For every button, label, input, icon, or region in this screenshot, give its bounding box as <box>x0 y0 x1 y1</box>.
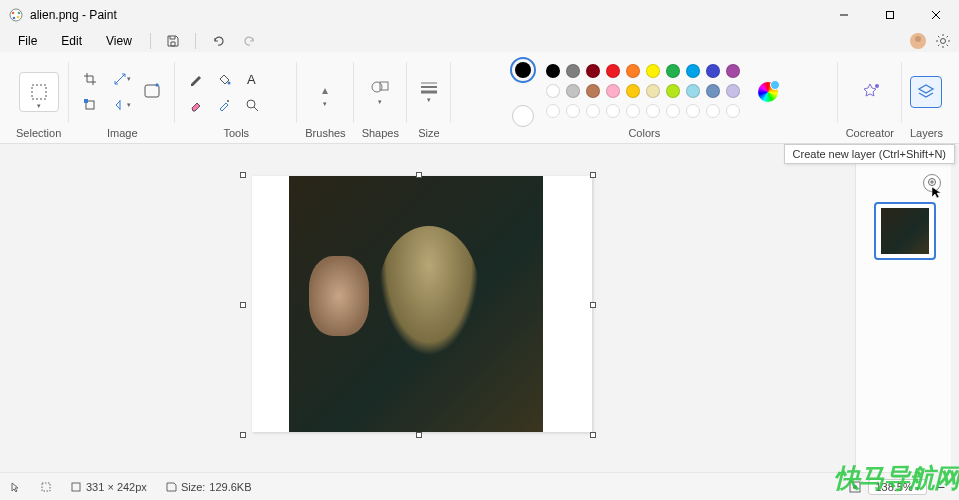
flip-icon[interactable]: ▾ <box>109 94 135 116</box>
size-dropdown[interactable]: ▾ <box>415 74 443 110</box>
resize-handle[interactable] <box>416 172 422 178</box>
cursor-icon <box>931 186 943 200</box>
svg-point-1 <box>12 12 15 15</box>
custom-color-slot[interactable] <box>626 104 640 118</box>
layer-thumbnail[interactable] <box>874 202 936 260</box>
canvas-image <box>289 176 543 432</box>
svg-rect-15 <box>84 99 88 103</box>
color-picker-tool[interactable] <box>211 94 237 116</box>
custom-color-slot[interactable] <box>666 104 680 118</box>
custom-color-slot[interactable] <box>566 104 580 118</box>
crop-icon[interactable] <box>77 68 103 90</box>
text-tool[interactable]: A <box>239 68 265 90</box>
eraser-tool[interactable] <box>183 94 209 116</box>
svg-point-11 <box>941 39 946 44</box>
color-swatch[interactable] <box>726 84 740 98</box>
canvas[interactable] <box>252 176 592 432</box>
close-button[interactable] <box>913 0 959 30</box>
custom-color-slot[interactable] <box>546 104 560 118</box>
svg-point-3 <box>13 17 16 20</box>
group-colors: Colors <box>451 56 838 143</box>
color-swatch[interactable] <box>666 84 680 98</box>
resize-handle[interactable] <box>240 302 246 308</box>
user-avatar[interactable] <box>909 32 927 50</box>
color-swatches-row1 <box>546 64 742 80</box>
svg-point-26 <box>875 84 879 88</box>
pencil-tool[interactable] <box>183 68 209 90</box>
custom-color-slot[interactable] <box>686 104 700 118</box>
svg-point-0 <box>10 9 22 21</box>
watermark: 快马导航网 <box>834 461 959 496</box>
custom-color-slot[interactable] <box>606 104 620 118</box>
paint-app-icon <box>8 7 24 23</box>
custom-color-slot[interactable] <box>646 104 660 118</box>
resize-handle[interactable] <box>590 172 596 178</box>
settings-icon[interactable] <box>935 33 951 49</box>
color-swatch[interactable] <box>546 64 560 78</box>
resize-icon[interactable]: ▾ <box>109 68 135 90</box>
svg-rect-6 <box>887 12 894 19</box>
color-swatch[interactable] <box>606 64 620 78</box>
resize-handle[interactable] <box>240 172 246 178</box>
svg-point-4 <box>17 16 20 19</box>
status-bar: 331 × 242px Size: 129.6KB 138.5% ▾ − <box>0 472 959 500</box>
color-swatch[interactable] <box>626 84 640 98</box>
magnifier-tool[interactable] <box>239 94 265 116</box>
resize-handle[interactable] <box>240 432 246 438</box>
color-swatches-custom <box>546 104 742 120</box>
redo-button[interactable] <box>236 30 264 52</box>
cocreator-button[interactable] <box>858 80 882 104</box>
color-swatch[interactable] <box>626 64 640 78</box>
color-swatch[interactable] <box>686 64 700 78</box>
color-swatch[interactable] <box>706 64 720 78</box>
custom-color-slot[interactable] <box>726 104 740 118</box>
select-tool[interactable]: ▾ <box>19 72 59 112</box>
color-swatch[interactable] <box>646 64 660 78</box>
minimize-button[interactable] <box>821 0 867 30</box>
rotate-icon[interactable] <box>77 94 103 116</box>
group-layers: Layers <box>902 56 951 143</box>
tooltip-new-layer: Create new layer (Ctrl+Shift+N) <box>784 144 955 164</box>
color-swatch[interactable] <box>606 84 620 98</box>
svg-text:A: A <box>247 72 256 86</box>
shapes-dropdown[interactable]: ▾ <box>366 74 394 110</box>
menu-view[interactable]: View <box>96 32 142 50</box>
svg-point-16 <box>228 81 231 84</box>
menu-file[interactable]: File <box>8 32 47 50</box>
resize-handle[interactable] <box>416 432 422 438</box>
maximize-button[interactable] <box>867 0 913 30</box>
custom-color-slot[interactable] <box>586 104 600 118</box>
color-swatch[interactable] <box>586 64 600 78</box>
image-generate-icon[interactable] <box>141 68 167 116</box>
svg-point-19 <box>247 100 255 108</box>
label-colors: Colors <box>628 127 660 143</box>
color-2[interactable] <box>512 105 534 127</box>
menu-edit[interactable]: Edit <box>51 32 92 50</box>
color-swatch[interactable] <box>666 64 680 78</box>
fill-tool[interactable] <box>211 68 237 90</box>
color-1[interactable] <box>510 57 536 83</box>
group-image: ▾ ▾ Image <box>69 56 175 143</box>
color-swatch[interactable] <box>546 84 560 98</box>
canvas-area[interactable] <box>0 144 849 472</box>
custom-color-slot[interactable] <box>706 104 720 118</box>
layers-panel <box>855 144 951 472</box>
edit-colors-button[interactable] <box>758 82 778 102</box>
save-button[interactable] <box>159 30 187 52</box>
label-cocreator: Cocreator <box>846 127 894 143</box>
color-swatch[interactable] <box>586 84 600 98</box>
color-swatch[interactable] <box>706 84 720 98</box>
undo-button[interactable] <box>204 30 232 52</box>
label-tools: Tools <box>223 127 249 143</box>
color-swatch[interactable] <box>566 64 580 78</box>
layers-button[interactable] <box>910 76 942 108</box>
color-swatch[interactable] <box>686 84 700 98</box>
color-swatches-row2 <box>546 84 742 100</box>
color-swatch[interactable] <box>726 64 740 78</box>
resize-handle[interactable] <box>590 302 596 308</box>
group-brushes: ▾ Brushes <box>297 56 353 143</box>
color-swatch[interactable] <box>566 84 580 98</box>
brush-tool[interactable]: ▾ <box>311 74 339 110</box>
color-swatch[interactable] <box>646 84 660 98</box>
resize-handle[interactable] <box>590 432 596 438</box>
